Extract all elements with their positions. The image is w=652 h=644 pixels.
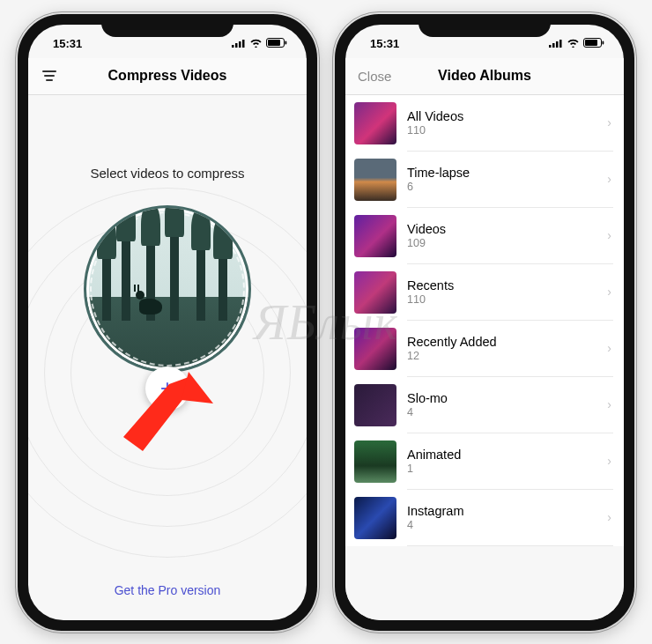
- status-time: 15:31: [370, 37, 399, 50]
- battery-icon: [266, 37, 287, 50]
- plus-icon: +: [160, 376, 174, 401]
- svg-rect-11: [556, 41, 559, 48]
- status-icons: [232, 37, 287, 50]
- album-thumbnail: [354, 159, 396, 201]
- svg-rect-9: [549, 45, 552, 48]
- album-count: 110: [407, 124, 597, 137]
- close-button[interactable]: Close: [358, 69, 402, 84]
- album-row[interactable]: Recently Added 12 ›: [345, 321, 624, 377]
- wifi-icon: [567, 37, 580, 50]
- album-count: 4: [407, 519, 597, 531]
- album-row[interactable]: Instagram 4 ›: [345, 490, 624, 546]
- battery-icon: [583, 37, 604, 50]
- svg-rect-6: [285, 41, 287, 45]
- album-thumbnail: [354, 497, 396, 539]
- album-row[interactable]: All Videos 110 ›: [345, 95, 624, 152]
- svg-rect-10: [552, 43, 555, 48]
- album-name: Time-lapse: [407, 166, 597, 180]
- nav-bar: Close Video Albums: [345, 58, 624, 95]
- chevron-right-icon: ›: [607, 510, 611, 524]
- album-thumbnail: [354, 215, 396, 257]
- album-thumbnail: [354, 102, 396, 144]
- chevron-right-icon: ›: [607, 454, 611, 468]
- screen-left: 15:31 Compress Videos: [28, 25, 307, 620]
- album-row[interactable]: Time-lapse 6 ›: [345, 152, 624, 208]
- album-name: Slo-mo: [407, 391, 597, 405]
- album-name: Recently Added: [407, 335, 597, 349]
- svg-rect-14: [585, 40, 597, 46]
- forest-illustration[interactable]: [84, 205, 251, 373]
- album-count: 4: [407, 406, 597, 418]
- get-pro-link[interactable]: Get the Pro version: [28, 583, 307, 597]
- screen-right: 15:31 Close Video Albums: [345, 25, 624, 620]
- phone-right: 15:31 Close Video Albums: [335, 14, 634, 631]
- album-name: Videos: [407, 222, 597, 236]
- album-count: 1: [407, 463, 597, 475]
- album-name: Instagram: [407, 504, 597, 518]
- svg-rect-15: [603, 41, 604, 45]
- chevron-right-icon: ›: [607, 228, 611, 242]
- svg-rect-2: [239, 41, 241, 48]
- notch: [101, 14, 233, 37]
- album-row[interactable]: Slo-mo 4 ›: [345, 377, 624, 433]
- album-list[interactable]: All Videos 110 › Time-lapse 6 › Videos 1…: [345, 95, 624, 620]
- album-thumbnail: [354, 271, 396, 314]
- svg-rect-1: [235, 43, 238, 48]
- chevron-right-icon: ›: [607, 172, 611, 186]
- chevron-right-icon: ›: [607, 285, 611, 299]
- cellular-signal-icon: [549, 37, 563, 50]
- album-count: 109: [407, 237, 597, 249]
- svg-rect-5: [268, 40, 280, 46]
- status-icons: [549, 37, 604, 50]
- main-content: Select videos to compress + Get the Pro …: [28, 95, 307, 620]
- notch: [419, 14, 551, 37]
- album-name: All Videos: [407, 109, 597, 123]
- phone-left: 15:31 Compress Videos: [18, 14, 317, 631]
- album-row[interactable]: Videos 109 ›: [345, 208, 624, 264]
- album-count: 6: [407, 181, 597, 193]
- album-row[interactable]: Animated 1 ›: [345, 433, 624, 490]
- chevron-right-icon: ›: [607, 397, 611, 411]
- menu-button[interactable]: [41, 70, 85, 81]
- trees-decoration: [86, 208, 248, 370]
- page-title: Compress Videos: [85, 68, 250, 84]
- cellular-signal-icon: [232, 37, 246, 50]
- album-name: Recents: [407, 278, 597, 292]
- status-time: 15:31: [53, 37, 82, 50]
- add-videos-button[interactable]: +: [145, 366, 189, 411]
- album-thumbnail: [354, 384, 396, 426]
- nav-bar: Compress Videos: [28, 58, 307, 95]
- menu-icon: [41, 70, 58, 81]
- album-row[interactable]: Recents 110 ›: [345, 264, 624, 321]
- wifi-icon: [249, 37, 263, 50]
- album-count: 110: [407, 293, 597, 306]
- album-count: 12: [407, 350, 597, 362]
- svg-rect-0: [232, 45, 234, 48]
- chevron-right-icon: ›: [607, 341, 611, 355]
- page-title: Video Albums: [402, 68, 567, 84]
- album-thumbnail: [354, 328, 396, 370]
- select-videos-label: Select videos to compress: [90, 166, 244, 181]
- svg-rect-3: [242, 40, 245, 48]
- album-name: Animated: [407, 448, 597, 462]
- album-thumbnail: [354, 440, 396, 483]
- chevron-right-icon: ›: [607, 115, 611, 130]
- svg-rect-12: [559, 40, 562, 48]
